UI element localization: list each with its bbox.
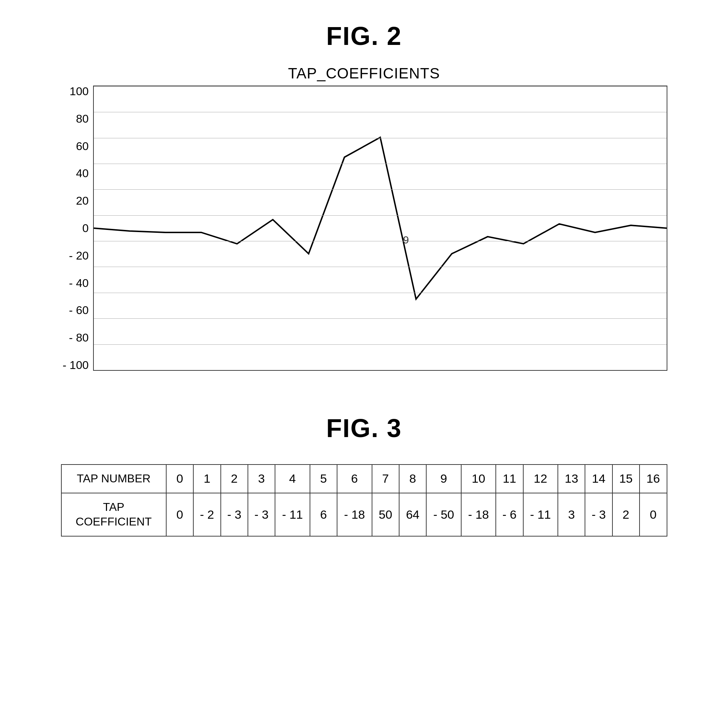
waveform-line [94,137,667,299]
tap-coef-0: 0 [166,493,193,536]
grid-line-8 [94,293,667,293]
tap-coef-12: - 11 [523,493,558,536]
table-body: TAP NUMBER 0 1 2 3 4 5 6 7 8 9 10 11 12 … [61,464,667,536]
tap-num-12: 12 [523,464,558,493]
tap-num-2: 2 [221,464,248,493]
tap-coef-5: 6 [310,493,337,536]
tap-number-header: TAP NUMBER [61,464,166,493]
grid-line-6 [94,241,667,242]
grid-line-10 [94,345,667,345]
grid-line-3 [94,164,667,164]
y-label-40: 40 [76,167,89,179]
y-label-minus60: - 60 [69,304,88,316]
tap-coefficient-header: TAPCOEFFICIENT [61,493,166,536]
grid-line-2 [94,138,667,138]
tap-num-4: 4 [275,464,309,493]
y-label-minus100: - 100 [63,359,89,371]
y-label-60: 60 [76,140,89,152]
tap-num-5: 5 [310,464,337,493]
tap-num-14: 14 [585,464,612,493]
tap-num-11: 11 [496,464,523,493]
tap-num-8: 8 [399,464,426,493]
y-label-minus40: - 40 [69,277,88,289]
y-label-0: 0 [82,222,89,234]
tap-num-1: 1 [193,464,220,493]
tap-coef-14: - 3 [585,493,612,536]
grid-line-bottom [94,370,667,370]
y-label-20: 20 [76,195,89,206]
tap-coef-8: 64 [399,493,426,536]
y-label-80: 80 [76,113,89,124]
tap-coef-15: 2 [613,493,640,536]
grid-line-1 [94,112,667,112]
table-row-tap-coefficients: TAPCOEFFICIENT 0 - 2 - 3 - 3 - 11 6 - 18… [61,493,667,536]
tap-num-7: 7 [372,464,399,493]
tap-coef-9: - 50 [426,493,461,536]
y-axis-labels: 100 80 60 40 20 0 - 20 - 40 - 60 - 80 - … [61,85,93,371]
y-label-minus80: - 80 [69,332,88,343]
tap-coef-16: 0 [640,493,667,536]
fig2-title: FIG. 2 [326,21,402,51]
y-label-minus20: - 20 [69,250,88,261]
y-label-100: 100 [70,85,88,97]
tap-coef-11: - 6 [496,493,523,536]
fig3-title: FIG. 3 [61,413,667,443]
chart-area: 100 80 60 40 20 0 - 20 - 40 - 60 - 80 - … [61,85,667,371]
grid-line-5 [94,215,667,216]
tap-num-9: 9 [426,464,461,493]
tap-coef-10: - 18 [461,493,496,536]
tap-num-10: 10 [461,464,496,493]
annotation-9: 9 [403,234,409,246]
chart-title: TAP_COEFFICIENTS [61,65,667,82]
tap-num-15: 15 [613,464,640,493]
tap-num-13: 13 [558,464,585,493]
tap-coef-7: 50 [372,493,399,536]
tap-coef-2: - 3 [221,493,248,536]
tap-num-0: 0 [166,464,193,493]
tap-coef-6: - 18 [337,493,372,536]
tap-coef-4: - 11 [275,493,309,536]
tap-num-6: 6 [337,464,372,493]
chart-container: TAP_COEFFICIENTS 100 80 60 40 20 0 - 20 … [61,65,667,371]
grid-line-7 [94,267,667,267]
tap-coef-3: - 3 [248,493,275,536]
grid-line-top [94,86,667,87]
fig3-section: FIG. 3 TAP NUMBER 0 1 2 3 4 5 6 7 8 9 10… [61,413,667,537]
tap-coef-13: 3 [558,493,585,536]
tap-coef-1: - 2 [193,493,220,536]
page: FIG. 2 TAP_COEFFICIENTS 100 80 60 40 20 … [0,0,728,713]
chart-svg [94,86,667,370]
chart-plot: 9 [93,85,667,371]
tap-num-16: 16 [640,464,667,493]
tap-num-3: 3 [248,464,275,493]
data-table: TAP NUMBER 0 1 2 3 4 5 6 7 8 9 10 11 12 … [61,464,667,537]
table-row-tap-numbers: TAP NUMBER 0 1 2 3 4 5 6 7 8 9 10 11 12 … [61,464,667,493]
grid-line-9 [94,318,667,319]
